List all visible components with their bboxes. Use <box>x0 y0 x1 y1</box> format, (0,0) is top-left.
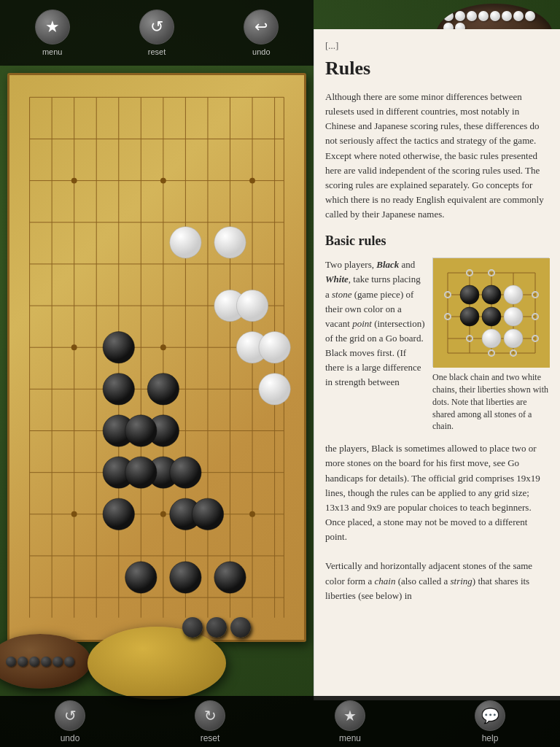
rules-intro: Although there are some minor difference… <box>325 90 549 222</box>
board-grid <box>9 75 304 640</box>
bowl-black-stone <box>64 657 74 667</box>
reset-top-button[interactable]: ↺ reset <box>139 9 174 56</box>
help-bottom-label: help <box>482 733 499 743</box>
scattered-stones <box>182 617 251 638</box>
svg-point-71 <box>482 307 501 326</box>
svg-point-33 <box>160 511 166 517</box>
svg-point-38 <box>236 290 268 321</box>
bowl-stone <box>525 11 535 21</box>
svg-point-55 <box>170 562 201 593</box>
bowl-stone <box>490 11 500 21</box>
help-bottom-button[interactable]: 💬 help <box>461 700 519 743</box>
undo-bottom-label: undo <box>61 733 80 743</box>
go-board[interactable] <box>7 73 306 642</box>
undo-bottom-icon[interactable]: ↺ <box>55 700 85 731</box>
svg-point-40 <box>259 332 290 363</box>
bowl-black-stone <box>29 657 39 667</box>
bowl-black-stone <box>6 657 16 667</box>
svg-point-36 <box>214 227 246 258</box>
reset-top-label: reset <box>148 47 166 56</box>
svg-point-28 <box>249 178 255 184</box>
bowl-black-stone <box>41 657 51 667</box>
undo-bottom-button[interactable]: ↺ undo <box>41 700 99 743</box>
svg-point-46 <box>103 498 134 530</box>
menu-top-label: menu <box>42 47 63 56</box>
basic-rules-content: Two players, Black and White, take turns… <box>325 258 549 433</box>
svg-point-72 <box>482 285 501 304</box>
reset-top-icon[interactable]: ↺ <box>139 9 174 44</box>
help-bottom-icon[interactable]: 💬 <box>475 700 505 731</box>
undo-top-button[interactable]: ↩ undo <box>244 9 279 56</box>
bowl-stone <box>478 11 489 21</box>
svg-point-47 <box>147 374 179 405</box>
svg-point-56 <box>214 562 246 593</box>
svg-point-42 <box>103 332 134 363</box>
svg-point-70 <box>460 307 479 326</box>
loose-stone <box>230 617 251 638</box>
bowl-dark <box>0 634 91 689</box>
rules-title: Rules <box>325 58 549 80</box>
chain-diagram-wrapper: One black chain and two white chains, th… <box>432 258 549 433</box>
basic-rules-title: Basic rules <box>325 233 549 249</box>
svg-point-50 <box>125 415 157 446</box>
bowl-stone <box>502 11 512 21</box>
top-toolbar: ★ menu ↺ reset ↩ undo <box>0 0 314 66</box>
bowl-stone <box>513 11 524 21</box>
svg-point-57 <box>192 498 223 530</box>
menu-top-icon[interactable]: ★ <box>35 9 70 44</box>
svg-point-54 <box>125 562 157 593</box>
svg-point-73 <box>504 285 523 304</box>
undo-top-icon[interactable]: ↩ <box>244 9 279 44</box>
reset-bottom-button[interactable]: ↻ reset <box>181 700 239 743</box>
svg-point-32 <box>71 511 77 517</box>
svg-point-52 <box>170 457 201 488</box>
reset-bottom-label: reset <box>201 733 220 743</box>
rules-body-full: the players, Black is sometimes allowed … <box>325 441 549 603</box>
basic-rules-text: Two players, Black and White, take turns… <box>325 258 425 433</box>
svg-point-34 <box>249 511 255 517</box>
svg-point-74 <box>504 307 523 326</box>
reset-bottom-icon[interactable]: ↻ <box>195 700 225 731</box>
svg-point-41 <box>259 374 290 405</box>
menu-bottom-button[interactable]: ★ menu <box>321 700 379 743</box>
bowl-bottom-left <box>0 634 98 700</box>
bowl-light <box>88 627 226 700</box>
rules-ellipsis: [...] <box>325 40 549 52</box>
loose-stone <box>206 617 227 638</box>
chain-diagram <box>432 258 549 367</box>
loose-stone <box>182 617 203 638</box>
svg-point-51 <box>125 457 157 488</box>
bowl-stone <box>467 11 477 21</box>
bowl-bottom-center <box>88 627 233 707</box>
svg-point-43 <box>103 374 134 405</box>
svg-point-27 <box>160 178 166 184</box>
svg-point-76 <box>504 329 523 348</box>
undo-top-label: undo <box>252 47 270 56</box>
rules-panel[interactable]: [...] Rules Although there are some mino… <box>314 29 560 700</box>
bottom-toolbar: ↺ undo ↻ reset ★ menu 💬 help <box>0 696 560 747</box>
svg-point-35 <box>170 227 201 258</box>
bowl-black-stone <box>52 657 63 667</box>
bowl-stone <box>455 11 465 21</box>
svg-point-69 <box>460 285 479 304</box>
bowl-black-stone <box>18 657 28 667</box>
svg-point-26 <box>71 178 77 184</box>
go-board-container[interactable] <box>7 73 306 642</box>
chain-caption: One black chain and two white chains, th… <box>432 371 549 433</box>
menu-top-button[interactable]: ★ menu <box>35 9 70 56</box>
svg-point-29 <box>71 344 77 350</box>
menu-bottom-label: menu <box>339 733 361 743</box>
svg-point-75 <box>482 329 501 348</box>
menu-bottom-icon[interactable]: ★ <box>335 700 365 731</box>
svg-point-30 <box>160 344 166 350</box>
